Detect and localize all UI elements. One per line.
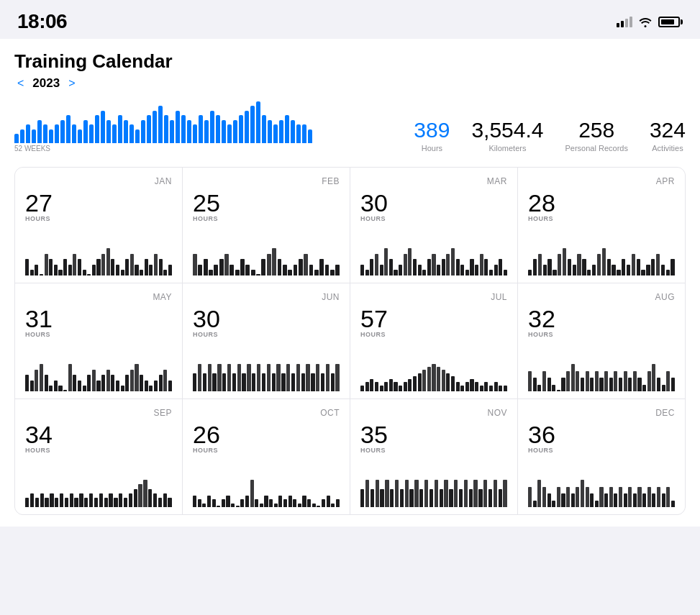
month-cell[interactable]: APR28HOURS (518, 168, 685, 283)
next-year-button[interactable]: > (65, 76, 78, 91)
month-bar (480, 254, 483, 275)
month-bar (365, 382, 369, 391)
month-bar (624, 371, 627, 392)
month-bar (214, 265, 218, 275)
month-bar (465, 270, 469, 275)
month-bar (231, 504, 235, 507)
month-bar (307, 499, 311, 507)
weekly-bar (291, 120, 295, 143)
month-bars (25, 363, 172, 391)
month-cell[interactable]: JUL57HOURS (350, 283, 517, 398)
month-bar (101, 254, 105, 275)
month-bar (288, 496, 292, 507)
month-bar (125, 259, 129, 275)
month-bar (99, 493, 103, 507)
month-bar (499, 386, 502, 391)
month-cell[interactable]: MAR30HOURS (350, 168, 517, 283)
month-bar (111, 375, 114, 391)
month-bar (208, 364, 212, 391)
weekly-bar (193, 124, 197, 143)
month-cell[interactable]: MAY31HOURS (15, 283, 182, 398)
month-bar (250, 480, 254, 507)
month-hours-value: 25 (193, 191, 340, 215)
month-bar (581, 378, 584, 391)
month-bar (390, 489, 394, 507)
month-bar (74, 498, 78, 507)
month-bar (237, 364, 241, 391)
month-bar (264, 496, 268, 507)
month-bar (242, 373, 245, 391)
month-bar (404, 254, 407, 275)
month-cell[interactable]: JUN30HOURS (183, 283, 350, 398)
month-bar (222, 499, 225, 507)
month-name: JUN (193, 292, 340, 302)
month-hours-value: 27 (25, 191, 172, 215)
month-bar (419, 489, 423, 507)
month-bar (193, 496, 196, 507)
weekly-bar (239, 115, 243, 143)
weekly-bar (32, 129, 36, 143)
month-bar (633, 371, 637, 392)
month-bar (464, 480, 468, 507)
month-bar (84, 498, 88, 507)
month-cell[interactable]: JAN27HOURS (15, 168, 182, 283)
month-bar (35, 370, 38, 391)
month-bar (256, 274, 260, 275)
month-bar (576, 487, 579, 508)
month-bar (153, 493, 157, 507)
weekly-bar (153, 111, 157, 143)
month-bar (78, 259, 81, 275)
month-bar (413, 259, 417, 275)
month-bar (135, 265, 138, 275)
month-bar (116, 381, 119, 391)
month-cell[interactable]: AUG32HOURS (518, 283, 685, 398)
prev-year-button[interactable]: < (14, 76, 27, 91)
month-cell[interactable]: FEB25HOURS (183, 168, 350, 283)
month-bar (547, 259, 551, 275)
month-bar (612, 265, 615, 275)
month-bar (533, 259, 537, 275)
month-bar (35, 498, 39, 507)
month-bar (163, 370, 167, 391)
month-bar (283, 499, 287, 507)
month-bar (154, 381, 158, 391)
month-cell[interactable]: SEP34HOURS (15, 399, 182, 514)
month-bar (255, 499, 258, 507)
month-bar (424, 480, 428, 507)
month-bar (87, 274, 91, 275)
month-bar (656, 254, 660, 275)
month-bar (73, 254, 76, 275)
weekly-bar (279, 120, 283, 143)
month-name: JAN (25, 176, 172, 186)
month-bar (140, 270, 143, 275)
month-cell[interactable]: OCT26HOURS (183, 399, 350, 514)
month-bar (537, 385, 541, 392)
month-bar (595, 371, 599, 392)
month-bars (528, 478, 675, 507)
month-bar (451, 376, 455, 391)
month-bar (371, 489, 374, 507)
month-bar (624, 493, 627, 507)
month-cell[interactable]: NOV35HOURS (350, 399, 517, 514)
month-bar (226, 496, 229, 507)
month-bar (637, 378, 641, 391)
month-cell[interactable]: DEC36HOURS (518, 399, 685, 514)
month-bar (365, 480, 369, 507)
month-bar (272, 373, 276, 391)
month-hours-value: 31 (25, 306, 172, 331)
stat-value: 258 (565, 118, 628, 142)
wifi-icon (638, 16, 653, 27)
month-bar (335, 265, 340, 275)
month-bar (582, 259, 586, 275)
stat-label: Hours (414, 144, 450, 152)
stat-value: 389 (414, 118, 450, 142)
stat-item: 389Hours (414, 118, 450, 152)
month-bar (163, 270, 167, 275)
month-bar (45, 254, 48, 275)
weekly-bar (216, 115, 220, 143)
month-bar (251, 270, 255, 275)
month-bar (499, 489, 502, 507)
month-hours-label: HOURS (528, 331, 675, 338)
month-bar (494, 382, 498, 391)
month-bar (470, 379, 473, 391)
